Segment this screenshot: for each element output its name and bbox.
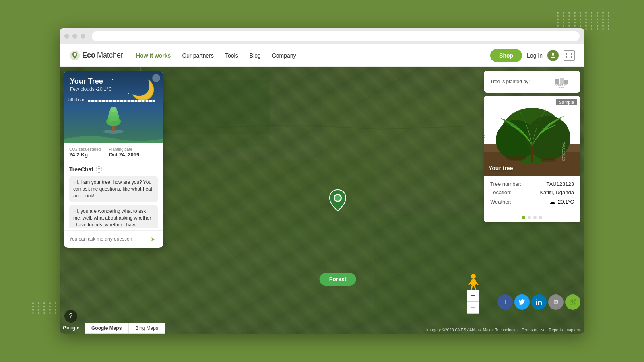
nav-right: Shop Log In	[490, 49, 575, 62]
browser-url-bar[interactable]	[92, 31, 580, 41]
twitter-icon	[519, 299, 525, 305]
map-pin-icon	[329, 189, 347, 212]
tree-info-panel: Tree is planted by: COMPANY LOGO	[484, 71, 580, 222]
login-button[interactable]: Log In	[527, 52, 543, 59]
google-brand: Google	[63, 325, 79, 331]
company-logo-svg: COMPANY LOGO	[554, 76, 574, 88]
weather-row: Weather: ☁ 20.1°C	[490, 198, 574, 206]
chat-send-button[interactable]: ➤	[148, 234, 158, 244]
fullscreen-icon	[566, 53, 572, 58]
share-linkedin-button[interactable]	[531, 294, 547, 310]
treechat-label: TreeChat	[69, 166, 93, 173]
zoom-out-button[interactable]: −	[467, 302, 479, 314]
svg-point-1	[74, 53, 76, 56]
tree-details: Tree number: TAU123123 Location: Katiiti…	[484, 176, 580, 213]
planted-by-card: Tree is planted by: COMPANY LOGO	[484, 71, 580, 93]
tree-number-row: Tree number: TAU123123	[490, 181, 574, 187]
zoom-in-button[interactable]: +	[467, 290, 479, 302]
chat-input[interactable]	[69, 236, 145, 242]
share-facebook-button[interactable]: f	[497, 294, 513, 310]
pegman-button[interactable]	[468, 274, 481, 290]
svg-point-38	[506, 155, 526, 161]
map-container[interactable]: Forest Google Google Maps Bing Maps Imag…	[60, 67, 584, 334]
browser-btn-close[interactable]	[64, 34, 69, 39]
pegman-icon	[468, 274, 479, 290]
user-avatar-icon	[550, 52, 556, 59]
carousel-dot-2[interactable]	[528, 216, 531, 219]
star-2	[96, 89, 97, 90]
linkedin-icon	[536, 299, 542, 305]
tree-number-value: TAU123123	[547, 181, 574, 187]
tree-svg	[99, 101, 128, 134]
browser-btn-max[interactable]	[80, 34, 85, 39]
nav-link-company[interactable]: Company	[272, 52, 296, 59]
svg-line-14	[476, 282, 478, 285]
svg-point-42	[536, 299, 537, 300]
svg-text:TAU123123: TAU123123	[561, 142, 566, 161]
share-twitter-button[interactable]	[514, 294, 530, 310]
svg-rect-25	[555, 79, 559, 84]
carousel-dot-4[interactable]	[539, 216, 542, 219]
tab-bing-maps[interactable]: Bing Maps	[128, 323, 165, 334]
nav-link-blog[interactable]: Blog	[250, 52, 261, 59]
chat-message-1: Hi, I am your tree, how are you? You can…	[69, 176, 158, 202]
nav-link-partners[interactable]: Our partners	[182, 52, 214, 59]
co2-label: CO2 sequestered	[69, 147, 101, 152]
treechat-section: TreeChat ? Hi, I am your tree, how are y…	[64, 162, 163, 230]
map-attribution: Imagery ©2020 CNES / Airbus, Maxar Techn…	[426, 328, 583, 332]
map-pin	[329, 189, 347, 212]
tree-illustration	[99, 101, 128, 135]
planting-label: Planting date	[109, 147, 139, 152]
planting-date: Oct 24, 2019	[109, 152, 139, 158]
svg-rect-12	[471, 279, 476, 286]
carousel-dot-1[interactable]	[522, 216, 525, 219]
svg-line-13	[469, 282, 471, 285]
share-email-button[interactable]: ✉	[548, 294, 564, 310]
nav-link-how-it-works[interactable]: How it works	[136, 52, 171, 59]
star-3	[112, 79, 113, 80]
location-label: Location:	[490, 189, 512, 195]
forest-label: Forest	[320, 273, 356, 286]
tree-image-card: TAU123123 Sample ‹ › Your tree Tree numb…	[484, 96, 580, 222]
svg-point-2	[552, 53, 554, 56]
moon-icon: 🌙	[131, 79, 155, 101]
company-logo: COMPANY LOGO	[554, 76, 574, 88]
tree-panel-header: − Your Tree Few clouds, 20.1°C 🌙 58.8 cm	[64, 71, 163, 143]
svg-rect-41	[536, 301, 537, 305]
svg-point-39	[540, 158, 556, 162]
tree-photo-label: Your tree	[489, 165, 513, 171]
logo[interactable]: EcoMatcher	[69, 50, 123, 61]
zoom-controls: + −	[467, 290, 479, 314]
svg-point-10	[335, 195, 341, 201]
help-button[interactable]: ?	[64, 310, 77, 323]
tree-panel-stats: CO2 sequestered 24.2 Kg Planting date Oc…	[64, 143, 163, 162]
carousel-dots	[484, 213, 580, 222]
nav-links: How it works Our partners Tools Blog Com…	[136, 52, 477, 59]
fullscreen-button[interactable]	[564, 50, 575, 61]
chat-message-2: Hi, you are wondering what to ask me, we…	[69, 205, 158, 228]
logo-eco: Eco	[82, 51, 95, 60]
browser-toolbar	[60, 28, 584, 44]
co2-value: 24.2 Kg	[69, 152, 101, 158]
chat-input-area: ➤	[64, 230, 163, 248]
carousel-dot-3[interactable]	[533, 216, 537, 219]
weather-value: ☁ 20.1°C	[549, 198, 574, 206]
svg-text:LOGO: LOGO	[557, 87, 564, 88]
star-1	[70, 83, 71, 84]
treechat-help-button[interactable]: ?	[96, 166, 102, 173]
tree-photo-svg: TAU123123	[484, 96, 580, 176]
location-row: Location: Katiiti, Uganda	[490, 189, 574, 195]
svg-point-23	[109, 117, 113, 122]
share-leaf-button[interactable]: 🌿	[565, 294, 580, 310]
user-icon[interactable]	[547, 50, 559, 61]
logo-icon	[69, 50, 80, 61]
tree-image-container: TAU123123 Sample ‹ › Your tree	[484, 96, 580, 176]
browser-btn-min[interactable]	[72, 34, 77, 39]
shop-button[interactable]: Shop	[490, 49, 522, 62]
tab-google-maps[interactable]: Google Maps	[85, 323, 128, 334]
svg-point-24	[114, 116, 118, 121]
treechat-title: TreeChat ?	[69, 166, 158, 173]
svg-line-15	[471, 286, 472, 290]
nav-link-tools[interactable]: Tools	[225, 52, 238, 59]
svg-point-11	[471, 274, 476, 279]
